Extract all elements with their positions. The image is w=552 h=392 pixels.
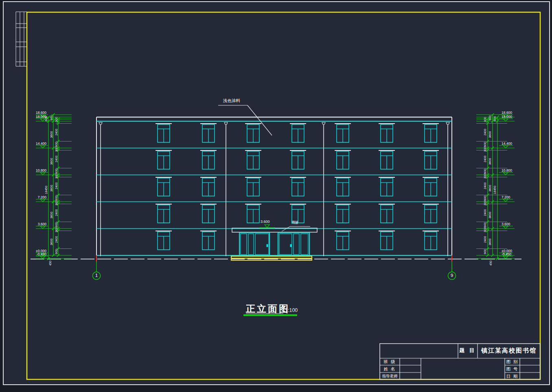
elevation-triangle-icon — [503, 199, 508, 202]
elevation-triangle-icon — [40, 253, 45, 255]
elevation-triangle-icon — [503, 226, 508, 229]
door-panel — [241, 234, 247, 255]
grid-bubble-circle — [448, 272, 456, 280]
entrance-door-group — [239, 233, 269, 256]
door-panel — [301, 234, 308, 255]
downspout-funnel-icon — [99, 122, 102, 124]
door-panel — [248, 234, 254, 255]
door-handle-icon — [267, 244, 268, 247]
elevation-triangle-icon — [40, 115, 45, 117]
elevation-triangle-icon — [503, 146, 508, 148]
cad-viewport[interactable]: 浅色涂料 3.600 雨篷 正立面图 1:100 1 9 题 目 镇江某高校图书… — [0, 0, 552, 392]
inner-frame — [27, 12, 540, 379]
canopy-leader — [282, 226, 290, 231]
elevation-triangle-icon — [40, 199, 45, 202]
sheet-border — [3, 2, 550, 385]
elevation-triangle-icon — [503, 172, 508, 175]
door-handle-icon — [290, 244, 291, 247]
door-panel — [279, 234, 292, 255]
note-leader — [248, 105, 272, 135]
cad-linework — [0, 0, 552, 392]
elevation-triangle-icon — [503, 253, 508, 255]
elevation-triangle-icon — [503, 115, 508, 117]
grid-bubble-circle — [93, 272, 101, 280]
elevation-triangle-icon — [40, 256, 45, 259]
elevation-triangle-icon — [40, 146, 45, 148]
elevation-triangle-icon — [40, 226, 45, 229]
elevation-triangle-icon — [40, 172, 45, 175]
canopy-elev-triangle — [265, 224, 269, 228]
elevation-triangle-icon — [503, 256, 508, 259]
titleblock-border — [380, 344, 540, 379]
downspout-funnel-icon — [224, 122, 228, 124]
door-panel — [294, 234, 299, 255]
downspout-funnel-icon — [446, 122, 449, 124]
elevation-triangle-icon — [40, 119, 45, 121]
downspout-funnel-icon — [322, 122, 325, 124]
